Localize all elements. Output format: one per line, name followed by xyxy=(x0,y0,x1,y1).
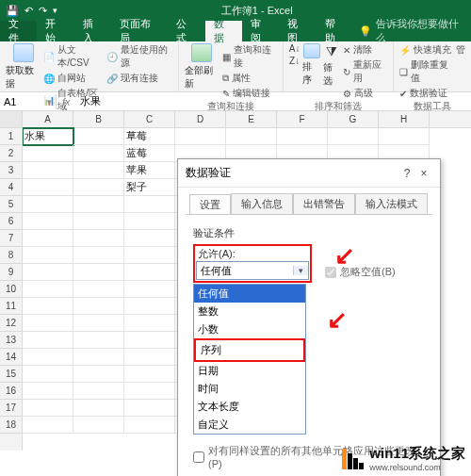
col-header-A[interactable]: A xyxy=(23,111,73,127)
col-header-C[interactable]: C xyxy=(124,111,175,127)
filter-button[interactable]: ⧩ 筛选 xyxy=(323,43,340,100)
tab-view[interactable]: 视图 xyxy=(279,21,316,41)
cell-A16[interactable] xyxy=(23,383,73,400)
allow-option-7[interactable]: 自定义 xyxy=(194,416,305,434)
row-header-11[interactable]: 11 xyxy=(0,298,22,315)
tab-data[interactable]: 数据 xyxy=(205,21,242,41)
cell-B16[interactable] xyxy=(73,383,124,400)
cell-C6[interactable] xyxy=(124,213,175,230)
cell-A13[interactable] xyxy=(23,332,73,349)
cell-A17[interactable] xyxy=(23,400,73,417)
cell-C17[interactable] xyxy=(124,400,175,417)
row-header-14[interactable]: 14 xyxy=(0,349,22,366)
queries-connections[interactable]: ▦查询和连接 xyxy=(222,43,277,70)
cell-A7[interactable] xyxy=(23,230,73,247)
cell-B8[interactable] xyxy=(73,247,124,264)
row-header-12[interactable]: 12 xyxy=(0,315,22,332)
cell-H1[interactable] xyxy=(379,128,430,145)
cell-A1[interactable]: 水果 xyxy=(23,128,73,145)
reapply-filter[interactable]: ↻重新应用 xyxy=(343,58,387,85)
row-header-4[interactable]: 4 xyxy=(0,179,22,196)
cell-B12[interactable] xyxy=(73,315,124,332)
formula-bar[interactable]: 水果 xyxy=(76,92,471,110)
remove-duplicates[interactable]: ❏删除重复值 xyxy=(399,58,453,85)
sort-asc-icon[interactable]: A↓ xyxy=(289,43,300,54)
cell-A3[interactable] xyxy=(23,162,73,179)
undo-icon[interactable]: ↶ xyxy=(24,5,33,17)
row-header-13[interactable]: 13 xyxy=(0,332,22,349)
cell-C7[interactable] xyxy=(124,230,175,247)
cell-A12[interactable] xyxy=(23,315,73,332)
refresh-all-button[interactable]: 全部刷新 xyxy=(185,43,219,100)
cell-A11[interactable] xyxy=(23,298,73,315)
row-header-10[interactable]: 10 xyxy=(0,281,22,298)
col-header-G[interactable]: G xyxy=(328,111,379,127)
tab-error-alert[interactable]: 出错警告 xyxy=(293,193,355,214)
qat-more-icon[interactable]: ▾ xyxy=(53,6,57,15)
cell-C12[interactable] xyxy=(124,315,175,332)
row-header-16[interactable]: 16 xyxy=(0,383,22,400)
col-header-E[interactable]: E xyxy=(226,111,277,127)
cell-A4[interactable] xyxy=(23,179,73,196)
cell-B3[interactable] xyxy=(73,162,124,179)
cell-B4[interactable] xyxy=(73,179,124,196)
cell-C14[interactable] xyxy=(124,349,175,366)
cell-C10[interactable] xyxy=(124,281,175,298)
cell-A10[interactable] xyxy=(23,281,73,298)
tab-layout[interactable]: 页面布局 xyxy=(111,21,169,41)
row-header-15[interactable]: 15 xyxy=(0,366,22,383)
cell-A15[interactable] xyxy=(23,366,73,383)
fx-icon[interactable]: fx xyxy=(57,96,76,107)
cell-C13[interactable] xyxy=(124,332,175,349)
tab-formula[interactable]: 公式 xyxy=(168,21,204,41)
manage-button[interactable]: 管 xyxy=(456,43,465,57)
row-header-18[interactable]: 18 xyxy=(0,417,22,434)
cell-A18[interactable] xyxy=(23,417,73,434)
cell-C15[interactable] xyxy=(124,366,175,383)
tab-file[interactable]: 文件 xyxy=(0,21,37,41)
apply-same-input[interactable] xyxy=(193,451,204,463)
flash-fill[interactable]: ⚡快速填充 xyxy=(399,43,453,57)
cell-C16[interactable] xyxy=(124,383,175,400)
allow-option-3[interactable]: 序列 xyxy=(197,341,302,359)
cell-B6[interactable] xyxy=(73,213,124,230)
cell-B1[interactable] xyxy=(73,128,124,145)
save-icon[interactable]: 💾 xyxy=(6,5,19,17)
tab-settings[interactable]: 设置 xyxy=(189,194,231,215)
existing-connections[interactable]: 🔗现有连接 xyxy=(106,72,172,85)
cell-B9[interactable] xyxy=(73,264,124,281)
cell-C4[interactable]: 梨子 xyxy=(124,179,175,196)
tab-help[interactable]: 帮助 xyxy=(317,21,353,41)
col-header-B[interactable]: B xyxy=(73,111,124,127)
sort-desc-icon[interactable]: Z↓ xyxy=(289,56,300,66)
cell-A9[interactable] xyxy=(23,264,73,281)
row-header-9[interactable]: 9 xyxy=(0,264,22,281)
cell-B2[interactable] xyxy=(73,145,124,162)
cell-A5[interactable] xyxy=(23,196,73,213)
row-header-6[interactable]: 6 xyxy=(0,213,22,230)
allow-option-4[interactable]: 日期 xyxy=(194,362,305,380)
col-header-D[interactable]: D xyxy=(175,111,226,127)
allow-option-6[interactable]: 文本长度 xyxy=(194,398,305,416)
select-all-corner[interactable] xyxy=(0,111,22,128)
cell-C18[interactable] xyxy=(124,417,175,434)
col-header-H[interactable]: H xyxy=(379,111,430,127)
cell-A14[interactable] xyxy=(23,349,73,366)
row-header-7[interactable]: 7 xyxy=(0,230,22,247)
row-header-5[interactable]: 5 xyxy=(0,196,22,213)
name-box[interactable]: A1 ▾ xyxy=(0,94,57,109)
cell-C3[interactable]: 苹果 xyxy=(124,162,175,179)
cell-E1[interactable] xyxy=(226,128,277,145)
cell-B7[interactable] xyxy=(73,230,124,247)
cell-C9[interactable] xyxy=(124,264,175,281)
cell-A6[interactable] xyxy=(23,213,73,230)
cell-B17[interactable] xyxy=(73,400,124,417)
cell-C8[interactable] xyxy=(124,247,175,264)
tell-me[interactable]: 💡 告诉我你想要做什么 xyxy=(353,21,471,41)
dialog-close-button[interactable]: × xyxy=(415,167,432,180)
sort-button[interactable]: 排序 xyxy=(302,43,319,100)
col-header-F[interactable]: F xyxy=(277,111,328,127)
cell-B13[interactable] xyxy=(73,332,124,349)
allow-option-5[interactable]: 时间 xyxy=(194,380,305,398)
cell-D1[interactable] xyxy=(175,128,226,145)
